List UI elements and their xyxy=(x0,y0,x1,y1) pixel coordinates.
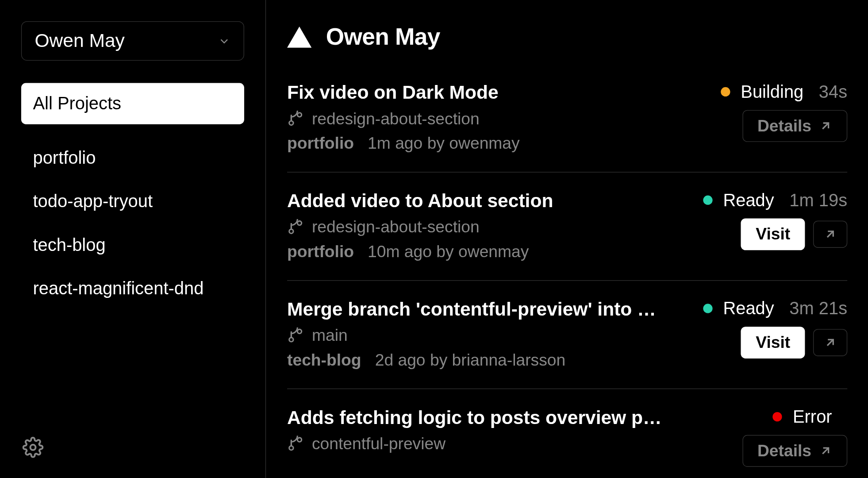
arrow-out-icon xyxy=(823,227,837,241)
deployment-project: tech-blog xyxy=(287,351,361,369)
status-label: Error xyxy=(793,407,832,427)
action-row: Visit xyxy=(741,218,847,250)
svg-point-2 xyxy=(297,113,301,117)
svg-point-7 xyxy=(289,338,293,342)
deployment-status-actions: Building 34s Details xyxy=(709,82,847,153)
deployment-title[interactable]: Added video to About section xyxy=(287,190,670,212)
svg-line-12 xyxy=(822,448,828,454)
status-dot-icon xyxy=(703,304,712,313)
deployment-status-actions: Error Details xyxy=(731,407,847,467)
vercel-logo-icon xyxy=(287,24,312,49)
deployment-row: Added video to About section redesign-ab… xyxy=(287,173,847,281)
git-branch-icon xyxy=(287,436,303,452)
branch-name: contentful-preview xyxy=(312,435,446,454)
svg-point-11 xyxy=(297,438,301,442)
visit-button-label: Visit xyxy=(756,333,790,352)
status-duration: 3m 21s xyxy=(789,298,847,318)
status-row: Ready 1m 19s xyxy=(703,190,847,210)
action-row: Visit xyxy=(741,327,847,358)
status-label: Ready xyxy=(723,190,774,210)
arrow-out-icon xyxy=(823,335,837,350)
svg-point-10 xyxy=(289,446,293,450)
visit-button[interactable]: Visit xyxy=(741,327,805,358)
details-button[interactable]: Details xyxy=(743,110,848,142)
page-header: Owen May xyxy=(287,23,847,50)
deployment-project: portfolio xyxy=(287,134,354,152)
action-row: Details xyxy=(743,435,848,467)
deployment-meta: portfolio 1m ago by owenmay xyxy=(287,134,709,153)
deployment-time-author: 10m ago by owenmay xyxy=(368,243,529,261)
svg-point-0 xyxy=(30,445,35,450)
status-duration: 34s xyxy=(819,82,847,102)
deployment-info: Fix video on Dark Mode redesign-about-se… xyxy=(287,82,709,153)
sidebar: Owen May All Projects portfolio todo-app… xyxy=(0,0,266,478)
visit-button-label: Visit xyxy=(756,225,790,244)
deployment-title[interactable]: Adds fetching logic to posts overview pa… xyxy=(287,407,670,428)
account-switcher-name: Owen May xyxy=(35,30,124,52)
status-row: Error xyxy=(773,407,847,427)
gear-icon xyxy=(23,437,44,458)
svg-line-3 xyxy=(822,123,828,129)
deployment-info: Added video to About section redesign-ab… xyxy=(287,190,691,262)
deployment-time-author: 1m ago by owenmay xyxy=(368,134,520,152)
settings-button[interactable] xyxy=(21,436,45,459)
deployment-row: Adds fetching logic to posts overview pa… xyxy=(287,389,847,478)
sidebar-nav: All Projects portfolio todo-app-tryout t… xyxy=(21,83,244,310)
status-dot-icon xyxy=(773,412,782,421)
status-label: Building xyxy=(741,82,803,102)
sidebar-item-project[interactable]: react-magnificent-dnd xyxy=(21,266,244,310)
svg-point-4 xyxy=(289,229,293,233)
chevron-down-icon xyxy=(218,35,230,47)
status-dot-icon xyxy=(703,196,712,205)
arrow-out-icon xyxy=(818,119,833,133)
git-branch-icon xyxy=(287,111,303,127)
deployment-list: Fix video on Dark Mode redesign-about-se… xyxy=(287,82,847,478)
details-button-label: Details xyxy=(757,116,811,135)
svg-point-8 xyxy=(297,329,301,333)
deployment-row: Fix video on Dark Mode redesign-about-se… xyxy=(287,82,847,173)
details-button[interactable]: Details xyxy=(743,435,848,467)
status-dot-icon xyxy=(721,87,730,96)
branch-row: main xyxy=(287,326,691,345)
branch-row: redesign-about-section xyxy=(287,109,709,128)
account-switcher[interactable]: Owen May xyxy=(21,21,244,61)
status-row: Building 34s xyxy=(721,82,847,102)
git-branch-icon xyxy=(287,219,303,235)
sidebar-item-project[interactable]: tech-blog xyxy=(21,223,244,266)
deployment-project: portfolio xyxy=(287,243,354,261)
deployment-status-actions: Ready 3m 21s Visit xyxy=(691,298,848,370)
visit-button[interactable]: Visit xyxy=(741,218,805,250)
deployment-info: Merge branch 'contentful-preview' into m… xyxy=(287,298,691,370)
status-row: Ready 3m 21s xyxy=(703,298,847,318)
deployment-meta: tech-blog 2d ago by brianna-larsson xyxy=(287,351,691,370)
deployment-title[interactable]: Fix video on Dark Mode xyxy=(287,82,670,104)
details-button-label: Details xyxy=(757,442,811,461)
deployment-info: Adds fetching logic to posts overview pa… xyxy=(287,407,731,467)
branch-name: main xyxy=(312,326,348,345)
status-duration: 1m 19s xyxy=(789,190,847,210)
svg-point-1 xyxy=(289,121,293,125)
sidebar-item-project[interactable]: portfolio xyxy=(21,136,244,179)
svg-line-9 xyxy=(827,339,833,345)
deployment-time-author: 2d ago by brianna-larsson xyxy=(375,351,566,369)
deployment-meta: portfolio 10m ago by owenmay xyxy=(287,243,691,262)
nav-gap xyxy=(21,124,244,136)
page-title: Owen May xyxy=(326,23,440,50)
branch-name: redesign-about-section xyxy=(312,109,480,128)
sidebar-item-project[interactable]: todo-app-tryout xyxy=(21,180,244,223)
branch-row: redesign-about-section xyxy=(287,218,691,237)
branch-name: redesign-about-section xyxy=(312,218,480,237)
main-content: Owen May Fix video on Dark Mode redesign… xyxy=(266,0,868,478)
deployment-row: Merge branch 'contentful-preview' into m… xyxy=(287,281,847,389)
open-external-button[interactable] xyxy=(813,221,847,248)
deployment-status-actions: Ready 1m 19s Visit xyxy=(691,190,848,262)
svg-line-6 xyxy=(827,231,833,237)
status-label: Ready xyxy=(723,298,774,318)
branch-row: contentful-preview xyxy=(287,435,731,454)
arrow-out-icon xyxy=(818,444,833,458)
git-branch-icon xyxy=(287,327,303,343)
sidebar-item-all-projects[interactable]: All Projects xyxy=(21,83,244,124)
app-root: Owen May All Projects portfolio todo-app… xyxy=(0,0,868,478)
open-external-button[interactable] xyxy=(813,329,847,356)
deployment-title[interactable]: Merge branch 'contentful-preview' into m… xyxy=(287,298,670,320)
